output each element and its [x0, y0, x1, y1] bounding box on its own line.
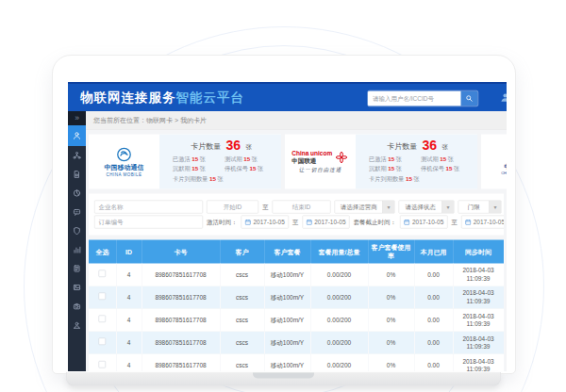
cell-card-no: 898607851617708 [142, 309, 220, 332]
header-id: ID [116, 240, 142, 264]
sidebar-item-message[interactable] [68, 203, 86, 221]
cell-month-used: 0.00 [414, 264, 453, 286]
cell-package: 移动100m/Y [264, 332, 310, 354]
cell-customer: cscs [220, 354, 264, 371]
user-icon [73, 132, 81, 140]
filter-row-1: 至 请选择运营商▾ 请选择状态▾ 门限▾ [94, 201, 504, 214]
row-checkbox[interactable] [99, 338, 107, 346]
app-title-main: 物联网连接服务 [80, 90, 176, 105]
app-title-accent: 智能云平台 [176, 90, 245, 105]
header-card-no: 卡号 [142, 240, 220, 264]
card-count-value: 36 [422, 139, 437, 154]
search-input[interactable] [368, 91, 460, 106]
search-button[interactable] [460, 91, 478, 106]
cell-usage: 0.00/200 [310, 264, 368, 286]
package-from-date[interactable]: 2017-10-05 [400, 216, 447, 229]
row-checkbox[interactable] [99, 270, 107, 278]
cell-rate: 0% [368, 264, 414, 286]
sidebar-item-security[interactable] [68, 221, 86, 240]
sidebar-item-pie[interactable] [68, 184, 86, 203]
sidebar-item-devices[interactable] [68, 297, 86, 316]
end-id-input[interactable] [273, 201, 331, 214]
sidebar-item-sim[interactable] [68, 165, 86, 184]
row-checkbox[interactable] [99, 293, 107, 301]
cell-sync-time: 2018-04-0311:09:39 [453, 309, 504, 332]
card-stat-grid: 已激活15张 测试期15张 沉默期15张 停机保号15张 卡片到期数量15张 [166, 155, 276, 184]
calendar-icon [465, 219, 472, 225]
card-stat: 测试期15张 [421, 155, 473, 164]
app-header: 物联网连接服务智能云平台 [68, 82, 507, 111]
sidebar-toggle[interactable]: » [68, 111, 86, 125]
calendar-icon [245, 219, 252, 225]
cell-id: 4 [116, 286, 142, 308]
to-label: 至 [262, 203, 269, 211]
card-count-line: 卡片数量 36 张 [166, 139, 276, 154]
threshold-select[interactable]: 门限▾ [458, 201, 502, 214]
card-count-unit: 张 [441, 143, 448, 151]
cell-card-no: 898607851617708 [142, 332, 220, 354]
header-usage: 套餐用量/总量 [310, 240, 368, 264]
card-stat: 停机保号15张 [421, 165, 473, 173]
table-row[interactable]: 4 898607851617708 cscs 移动100m/Y 0.00/200… [89, 354, 504, 371]
filter-row-2: 激活时间： 2017-10-05 至 2017-10-05 套餐截止时间： 20… [94, 216, 504, 229]
cell-rate: 0% [368, 332, 414, 354]
cell-package: 移动100m/Y [264, 309, 310, 332]
package-to-date[interactable]: 2017-10-05 [461, 216, 504, 229]
sim-card-icon [73, 171, 81, 179]
cell-usage: 0.00/200 [310, 309, 368, 332]
cell-usage: 0.00/200 [310, 286, 368, 308]
magnifier-icon [466, 95, 474, 103]
operator-cards: 中国移动通信 CHINA MOBILE 卡片数量 36 张 已激活15张 测试期… [86, 130, 507, 194]
operator-name-en: CHINA TELECOM [501, 171, 507, 175]
sidebar: » [68, 111, 86, 371]
cell-package: 移动100m/Y [264, 264, 310, 286]
table-row[interactable]: 4 898607851617708 cscs 移动100m/Y 0.00/200… [89, 309, 504, 332]
sidebar-item-stats[interactable] [68, 240, 86, 259]
org-chart-icon [73, 152, 81, 160]
card-count-label: 卡片数量 [191, 142, 221, 151]
calendar-icon [404, 219, 410, 225]
card-table-header: 全选 ID 卡号 客户 客户套餐 套餐用量/总量 客户套餐使用率 本月已用 同步… [89, 240, 504, 264]
header-user-area[interactable] [500, 92, 507, 105]
activate-from-date[interactable]: 2017-10-05 [241, 216, 289, 229]
chevron-down-icon: ▾ [383, 201, 395, 213]
sidebar-item-reports[interactable] [68, 278, 86, 297]
start-id-input[interactable] [207, 201, 258, 214]
user-silhouette-icon [500, 92, 507, 103]
operator-select[interactable]: 请选择运营商▾ [335, 201, 395, 214]
sidebar-item-user[interactable] [68, 125, 86, 146]
table-row[interactable]: 4 898607851617708 cscs 移动100m/Y 0.00/200… [89, 332, 504, 354]
status-select[interactable]: 请选择状态▾ [399, 201, 455, 214]
cell-month-used: 0.00 [414, 286, 453, 308]
order-number-input[interactable] [94, 216, 203, 229]
cell-sync-time: 2018-04-0311:09:39 [453, 332, 504, 354]
company-name-input[interactable] [94, 201, 203, 214]
document-icon [73, 265, 81, 273]
header-select-all[interactable]: 全选 [89, 240, 116, 264]
sidebar-item-account[interactable] [68, 316, 86, 335]
row-checkbox[interactable] [99, 361, 107, 368]
sidebar-item-orders[interactable] [68, 259, 86, 278]
card-table-body: 4 898607851617708 cscs 移动100m/Y 0.00/200… [89, 264, 504, 371]
row-checkbox[interactable] [99, 316, 107, 323]
cell-rate: 0% [368, 309, 414, 332]
to-label: 至 [451, 218, 458, 226]
table-row[interactable]: 4 898607851617708 cscs 移动100m/Y 0.00/200… [89, 264, 504, 286]
card-stat: 卡片到期数量15张 [173, 175, 225, 184]
filter-panel: 至 请选择运营商▾ 请选择状态▾ 门限▾ 激活时间： 2017-10-05 至 … [89, 194, 504, 236]
cell-customer: cscs [220, 286, 264, 308]
cell-month-used: 0.00 [414, 332, 453, 354]
cell-sync-time: 2018-04-0311:09:39 [453, 264, 504, 286]
card-stat: 已激活15张 [369, 155, 421, 164]
china-mobile-logo-icon [116, 147, 132, 163]
activate-to-date[interactable]: 2017-10-05 [302, 216, 349, 229]
cell-card-no: 898607851617708 [142, 354, 220, 371]
sidebar-item-network[interactable] [68, 146, 86, 165]
cell-usage: 0.00/200 [310, 332, 368, 354]
cell-usage: 0.00/200 [310, 354, 368, 371]
header-rate: 客户套餐使用率 [368, 240, 414, 264]
header-sync-time: 同步时间 [453, 240, 504, 264]
table-row[interactable]: 4 898607851617708 cscs 移动100m/Y 0.00/200… [89, 286, 504, 308]
card-count-unit: 张 [245, 143, 252, 151]
breadcrumb-text: 您当前所在位置：物联网卡 > 我的卡片 [93, 116, 207, 124]
